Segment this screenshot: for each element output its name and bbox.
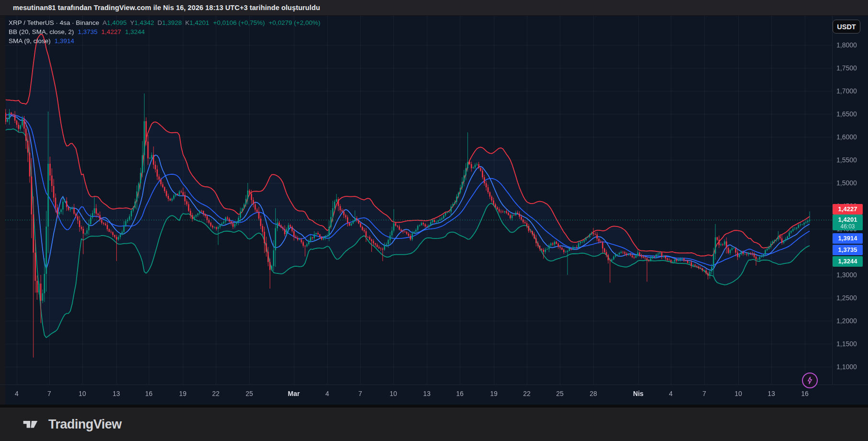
- chart-legend: XRP / TetherUS · 4sa · BinanceA1,4095Y1,…: [9, 19, 321, 46]
- price-chip-value: 1,3914: [833, 233, 863, 243]
- bb-basis-value: 1,3735: [78, 28, 98, 35]
- time-day-label: 16: [456, 390, 464, 397]
- close-value: 1,4201: [189, 19, 209, 26]
- price-tick-label: 1,5000: [836, 179, 857, 187]
- time-day-label: 22: [523, 390, 531, 397]
- time-day-label: 25: [245, 390, 253, 397]
- tradingview-snapshot: mesutinan81 tarafından TradingView.com i…: [0, 0, 868, 441]
- time-day-label: 10: [78, 390, 86, 397]
- time-day-label: 13: [112, 390, 120, 397]
- sma-title[interactable]: SMA (9, close): [9, 37, 51, 45]
- tradingview-logo-icon[interactable]: [23, 418, 42, 431]
- time-day-label: 16: [801, 390, 809, 397]
- time-day-label: 7: [47, 390, 51, 397]
- price-chip-value: 1,4227: [833, 204, 863, 214]
- bb-lower-label: 1,3244: [833, 256, 863, 267]
- time-day-label: 16: [145, 390, 153, 397]
- symbol-title[interactable]: XRP / TetherUS · 4sa · Binance: [9, 19, 99, 26]
- attribution-text: mesutinan81 tarafından TradingView.com i…: [13, 4, 320, 11]
- open-label: A: [102, 19, 107, 26]
- price-tick-label: 1,8000: [836, 41, 857, 49]
- high-value: 1,4342: [134, 19, 154, 26]
- sma-value: 1,3914: [55, 37, 74, 45]
- chart-pane[interactable]: XRP / TetherUS · 4sa · BinanceA1,4095Y1,…: [0, 16, 868, 405]
- time-day-label: 4: [669, 390, 673, 397]
- price-chip-value: 1,3244: [833, 256, 863, 266]
- bb-upper-value: 1,4227: [101, 28, 121, 35]
- sma-legend-row[interactable]: SMA (9, close)1,3914: [9, 37, 321, 45]
- price-tick-label: 1,6000: [836, 133, 857, 141]
- close-label: K: [185, 19, 189, 26]
- time-day-label: 7: [702, 390, 706, 397]
- time-day-label: 10: [389, 390, 397, 397]
- lightning-bolt-icon: [806, 376, 814, 384]
- bar-countdown: 46:03: [833, 224, 863, 230]
- quote-currency-button[interactable]: USDT: [833, 20, 860, 34]
- price-tick-label: 1,7000: [836, 87, 857, 95]
- last-price-label: 1,420146:03: [833, 215, 863, 230]
- time-day-label: 19: [490, 390, 498, 397]
- price-chip-value: 1,3735: [833, 245, 863, 255]
- change-absolute: +0,0106 (+0,75%): [213, 19, 265, 26]
- bb-title[interactable]: BB (20, SMA, close, 2): [9, 28, 74, 35]
- price-tick-label: 1,7500: [836, 64, 857, 72]
- brand-bar: TradingView: [0, 407, 868, 441]
- low-label: D: [157, 19, 162, 26]
- price-tick-label: 1,2000: [836, 317, 857, 325]
- time-day-label: 25: [556, 390, 564, 397]
- open-value: 1,4095: [107, 19, 126, 26]
- instant-chart-button[interactable]: [802, 373, 818, 388]
- time-month-label: Nis: [633, 390, 644, 397]
- bb-lower-value: 1,3244: [125, 28, 145, 35]
- price-tick-label: 1,6500: [836, 110, 857, 118]
- time-day-label: 28: [590, 390, 597, 397]
- time-day-label: 4: [325, 390, 329, 397]
- attribution-bar: mesutinan81 tarafından TradingView.com i…: [0, 0, 868, 16]
- price-tick-label: 1,5500: [836, 156, 857, 164]
- sma9-label: 1,3914: [833, 233, 863, 244]
- bb-legend-row[interactable]: BB (20, SMA, close, 2)1,37351,42271,3244: [9, 28, 321, 36]
- price-tick-label: 1,1000: [836, 363, 857, 371]
- bb-basis-label: 1,3735: [833, 245, 863, 255]
- price-tick-label: 1,2500: [836, 294, 857, 302]
- time-day-label: 19: [179, 390, 187, 397]
- price-chart-canvas[interactable]: [0, 16, 868, 405]
- low-value: 1,3928: [162, 19, 182, 26]
- time-month-label: Mar: [288, 390, 300, 397]
- time-day-label: 10: [734, 390, 742, 397]
- time-day-label: 22: [212, 390, 220, 397]
- time-day-label: 13: [768, 390, 775, 397]
- change-percent: +0,0279 (+2,00%): [268, 19, 320, 26]
- price-tick-label: 1,3000: [836, 271, 857, 279]
- tradingview-logo-text[interactable]: TradingView: [48, 417, 122, 432]
- price-tick-label: 1,1500: [836, 340, 857, 348]
- high-label: Y: [130, 19, 134, 26]
- time-day-label: 7: [358, 390, 362, 397]
- time-day-label: 13: [423, 390, 431, 397]
- bb-upper-label: 1,4227: [833, 204, 863, 215]
- time-day-label: 4: [15, 390, 19, 397]
- symbol-legend-row[interactable]: XRP / TetherUS · 4sa · BinanceA1,4095Y1,…: [9, 19, 321, 27]
